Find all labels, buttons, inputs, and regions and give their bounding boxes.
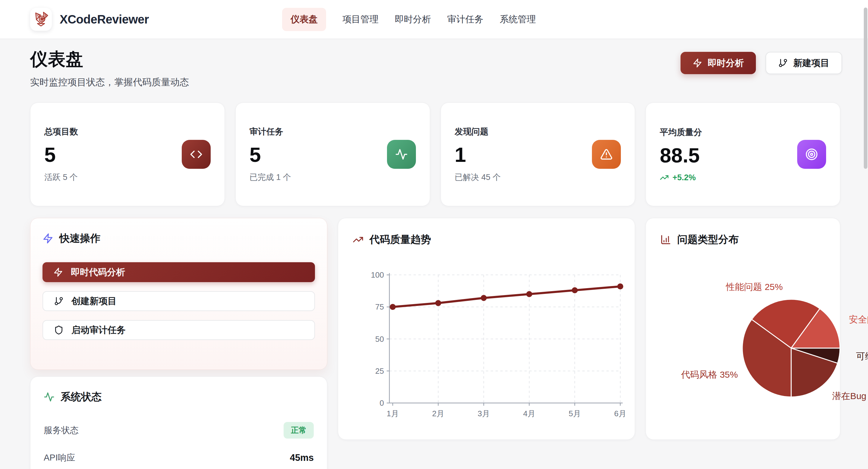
instant-code-analysis-button[interactable]: 即时代码分析	[42, 262, 315, 282]
quality-trend-line-chart: 02550751001月2月3月4月5月6月	[338, 218, 635, 440]
pie-slice-label: 性能问题 25%	[726, 281, 783, 293]
activity-icon	[387, 140, 416, 169]
qa-button-label: 即时代码分析	[71, 266, 125, 279]
svg-text:100: 100	[371, 270, 384, 279]
stat-card-issues-found: 发现问题 1 已解决 45 个	[441, 102, 635, 206]
stat-card-avg-quality: 平均质量分 88.5 +5.2%	[646, 102, 840, 206]
alert-triangle-icon	[592, 140, 621, 169]
new-project-button[interactable]: 新建项目	[766, 52, 842, 74]
stat-card-audit-tasks: 审计任务 5 已完成 1 个	[236, 102, 430, 206]
svg-text:25: 25	[375, 367, 384, 376]
stat-sub: 已完成 1 个	[250, 172, 291, 183]
svg-text:6月: 6月	[614, 409, 626, 418]
system-status-card: 系统状态 服务状态 正常 API响应 45ms	[30, 376, 327, 469]
svg-text:5月: 5月	[569, 409, 581, 418]
stat-value: 88.5	[660, 144, 702, 167]
git-branch-icon	[54, 296, 64, 306]
activity-icon	[44, 392, 55, 402]
new-project-button-label: 新建项目	[793, 57, 830, 69]
svg-text:1月: 1月	[387, 409, 399, 418]
app-title: XCodeReviewer	[60, 13, 149, 26]
status-value: 45ms	[290, 452, 314, 463]
nav-item-audit-tasks[interactable]: 审计任务	[447, 8, 484, 31]
zap-icon	[53, 268, 63, 277]
stat-value: 5	[44, 143, 78, 166]
nav-item-instant-analysis[interactable]: 即时分析	[395, 8, 431, 31]
svg-text:4月: 4月	[523, 409, 535, 418]
status-label: 服务状态	[44, 425, 79, 436]
pie-slice-label: 可维护性 5%	[856, 350, 868, 363]
svg-text:50: 50	[375, 335, 384, 344]
git-branch-icon	[778, 58, 788, 68]
page-subtitle: 实时监控项目状态，掌握代码质量动态	[30, 76, 189, 89]
status-row-api: API响应 45ms	[44, 452, 314, 464]
target-icon	[797, 140, 826, 169]
svg-text:75: 75	[375, 302, 384, 311]
stat-trend: +5.2%	[660, 173, 702, 182]
brand: XCodeReviewer	[30, 8, 149, 31]
svg-text:0: 0	[380, 399, 384, 408]
status-badge: 正常	[284, 422, 314, 439]
system-status-title: 系统状态	[61, 390, 101, 404]
quick-actions-card: 快速操作 即时代码分析 创建新项目 启动审计任务	[30, 218, 327, 370]
dashboard-body: 代码质量趋势 02550751001月2月3月4月5月6月 问题类型分布 性能问…	[30, 218, 840, 469]
svg-text:2月: 2月	[432, 409, 444, 418]
stat-label: 发现问题	[455, 126, 501, 137]
instant-analysis-button[interactable]: 即时分析	[681, 52, 756, 74]
pie-slice-label: 代码风格 35%	[681, 369, 738, 381]
origami-fox-icon	[33, 11, 50, 28]
trending-up-icon	[660, 173, 669, 182]
issue-distribution-pie-chart	[646, 218, 868, 440]
nav-menu: 仪表盘 项目管理 即时分析 审计任务 系统管理	[282, 8, 536, 31]
stat-trend-value: +5.2%	[673, 173, 695, 182]
shield-icon	[54, 325, 64, 335]
quick-actions-title: 快速操作	[59, 231, 100, 245]
qa-button-label: 启动审计任务	[71, 324, 126, 336]
code-icon	[182, 140, 211, 169]
quality-trend-card: 代码质量趋势 02550751001月2月3月4月5月6月	[338, 218, 635, 440]
stat-label: 平均质量分	[660, 127, 702, 138]
pie-slice-label: 潜在Bug 20%	[832, 390, 868, 402]
stat-label: 总项目数	[44, 126, 78, 137]
vertical-scrollbar[interactable]	[864, 7, 867, 169]
top-navigation: XCodeReviewer 仪表盘 项目管理 即时分析 审计任务 系统管理	[0, 0, 868, 39]
page-header: 仪表盘 实时监控项目状态，掌握代码质量动态 即时分析 新建项目	[30, 48, 840, 89]
nav-item-dashboard[interactable]: 仪表盘	[282, 8, 326, 31]
main-content: 仪表盘 实时监控项目状态，掌握代码质量动态 即时分析 新建项目 总项目数 5 活…	[0, 39, 868, 469]
issue-distribution-card: 问题类型分布 性能问题 25%安全问题 15%可维护性 5%潜在Bug 20%代…	[646, 218, 840, 440]
pie-slice-label: 安全问题 15%	[849, 313, 868, 326]
status-label: API响应	[44, 452, 75, 464]
stat-card-total-projects: 总项目数 5 活跃 5 个	[30, 102, 225, 206]
stat-value: 1	[455, 143, 501, 166]
nav-item-projects[interactable]: 项目管理	[342, 8, 378, 31]
stat-sub: 活跃 5 个	[44, 172, 78, 183]
app-logo	[30, 8, 52, 31]
start-audit-button[interactable]: 启动审计任务	[42, 320, 315, 340]
nav-item-system-admin[interactable]: 系统管理	[500, 8, 536, 31]
stat-label: 审计任务	[250, 126, 291, 137]
stat-sub: 已解决 45 个	[455, 172, 501, 183]
create-project-button[interactable]: 创建新项目	[42, 291, 315, 311]
zap-icon	[692, 58, 702, 68]
right-column: 快速操作 即时代码分析 创建新项目 启动审计任务	[30, 218, 327, 469]
svg-text:3月: 3月	[478, 409, 490, 418]
qa-button-label: 创建新项目	[71, 295, 117, 307]
status-row-service: 服务状态 正常	[44, 422, 314, 439]
stats-row: 总项目数 5 活跃 5 个 审计任务 5 已完成 1 个 发现问题 1 已解决 …	[30, 102, 840, 206]
stat-value: 5	[250, 143, 291, 166]
instant-analysis-button-label: 即时分析	[708, 57, 744, 69]
page-title: 仪表盘	[30, 48, 189, 71]
zap-icon	[42, 233, 53, 244]
